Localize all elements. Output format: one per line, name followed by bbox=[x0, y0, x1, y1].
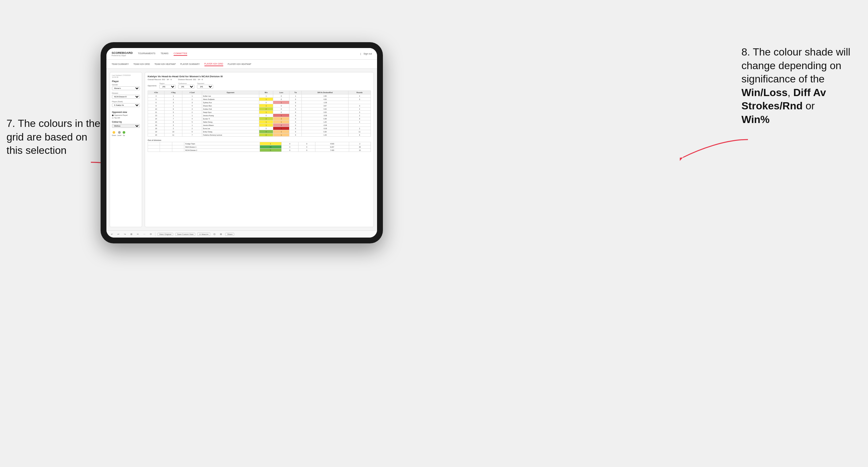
sub-nav-player-summary[interactable]: PLAYER SUMMARY bbox=[180, 62, 200, 66]
annotation-left: 7. The colours in the grid are based on … bbox=[6, 117, 101, 157]
table-row: 5 2 2 Alexis Sudjianto 1 0 0 4.00 3 bbox=[148, 98, 371, 101]
legend-label-level: Level bbox=[118, 134, 121, 136]
nav-committee[interactable]: COMMITTEE bbox=[174, 52, 187, 56]
overall-record-value: 353 - 34 - 6 bbox=[162, 79, 172, 81]
sub-nav-team-summary[interactable]: TEAM SUMMARY bbox=[112, 62, 129, 66]
annotation-left-text: 7. The colours in the grid are based on … bbox=[6, 118, 100, 156]
col-div: # Div bbox=[148, 91, 164, 94]
player-rank-select[interactable]: 8. Katelyn Vo bbox=[112, 103, 140, 107]
opponent-view-title: Opponent view bbox=[112, 111, 140, 113]
table-row: 15 8 5 Stella Cheng 1 1 0 1.25 4 bbox=[148, 120, 371, 124]
table-row: 20 11 7 Federica Domecq Lacroze 2 1 0 1.… bbox=[148, 133, 371, 136]
cut-btn[interactable]: ✂ bbox=[136, 232, 140, 236]
data-table: # Div # Reg # Conf Opponent Win Loss Tie… bbox=[148, 91, 371, 136]
sub-nav-team-h2h-grid[interactable]: TEAM H2H GRID bbox=[133, 62, 150, 66]
annotation-or: or bbox=[802, 100, 814, 112]
filter-group-conference: Conference (All) bbox=[178, 83, 194, 89]
out-table-row: NCAA Division 2 5 0 0 7.400 10 bbox=[148, 149, 371, 152]
col-diff: Diff Av Strokes/Rnd bbox=[302, 91, 348, 94]
last-updated-time: 16:55:38 bbox=[112, 76, 118, 78]
legend: Down Level Up bbox=[112, 131, 140, 136]
watch-btn[interactable]: ⊙ Watch ▾ bbox=[197, 232, 210, 236]
sign-out-button[interactable]: Sign out bbox=[364, 53, 372, 55]
legend-dot-up bbox=[123, 131, 125, 134]
col-reg: # Reg bbox=[164, 91, 182, 94]
right-panel: Katelyn Vo Head-to-Head Grid for Women's… bbox=[145, 72, 374, 227]
col-opponent: Opponent bbox=[202, 91, 259, 94]
legend-up: Up bbox=[123, 131, 125, 136]
division-select[interactable]: NCAA Division III bbox=[112, 95, 140, 99]
col-win: Win bbox=[259, 91, 273, 94]
share-btn[interactable]: Share bbox=[225, 233, 234, 236]
annotation-comma: , bbox=[787, 87, 794, 98]
player-rank-label: Player (Rank) bbox=[112, 101, 140, 102]
undo-btn[interactable]: ↩ bbox=[110, 232, 114, 236]
opponents-label: Opponents: bbox=[148, 85, 157, 87]
annotation-right: 8. The colour shade will change dependin… bbox=[741, 45, 865, 127]
table-row: 10 6 3 Andrea York 2 0 0 4.00 4 bbox=[148, 107, 371, 111]
legend-dot-down bbox=[113, 131, 115, 134]
division-record-value: 331 - 34 - 6 bbox=[193, 79, 203, 81]
logo-sub-text: Powered by clippd bbox=[112, 55, 133, 57]
opponent-select[interactable]: (All) bbox=[197, 85, 213, 89]
overall-record: Overall Record: 353 - 34 - 6 bbox=[148, 79, 172, 81]
overall-record-label: Overall Record: bbox=[148, 79, 161, 81]
sub-nav-team-h2h-heatmap[interactable]: TEAM H2H HEATMAP bbox=[154, 62, 176, 66]
division-record-label: Division Record: bbox=[178, 79, 192, 81]
radio-label-2: Top 100 bbox=[114, 117, 120, 119]
annotation-bold1: Win/Loss bbox=[741, 87, 787, 98]
filters-row: Opponents: Region (All) Conference (All) bbox=[148, 83, 371, 89]
sub-nav-player-h2h-heatmap[interactable]: PLAYER H2H HEATMAP bbox=[228, 62, 251, 66]
nav-tournaments[interactable]: TOURNAMENTS bbox=[138, 52, 155, 56]
radio-opponents-played[interactable]: Opponents Played bbox=[112, 114, 140, 116]
annotation-right-text: 8. The colour shade will change dependin… bbox=[741, 46, 850, 85]
colour-by-title: Colour by bbox=[112, 121, 140, 123]
out-table-row: Foreign Team 1 0 0 4.500 2 bbox=[148, 142, 371, 145]
sub-nav-player-h2h-grid[interactable]: PLAYER H2H GRID bbox=[205, 62, 223, 66]
legend-label-up: Up bbox=[123, 134, 125, 136]
nav-items: TOURNAMENTS TEAMS COMMITTEE bbox=[138, 52, 360, 56]
col-tie: Tie bbox=[289, 91, 302, 94]
table-row: 11 5 2 Heejo Hyun 1 0 0 3.33 3 bbox=[148, 111, 371, 114]
region-label: Region bbox=[159, 83, 176, 84]
legend-dot-level bbox=[118, 131, 121, 134]
layout-btn[interactable]: ⊡ bbox=[212, 232, 217, 236]
grid-btn[interactable]: ⊞ bbox=[129, 232, 134, 236]
nav-teams[interactable]: TEAMS bbox=[161, 52, 168, 56]
refresh-btn[interactable]: ⟳ bbox=[149, 232, 153, 236]
toolbar-divider bbox=[155, 232, 155, 236]
sub-nav: TEAM SUMMARY TEAM H2H GRID TEAM H2H HEAT… bbox=[106, 60, 377, 69]
grid-record: Overall Record: 353 - 34 - 6 Division Re… bbox=[148, 79, 371, 81]
legend-label-down: Down bbox=[112, 134, 116, 136]
out-table-row: NAIA Division 1 15 0 0 9.267 30 bbox=[148, 145, 371, 149]
conference-select[interactable]: (All) bbox=[178, 85, 194, 89]
main-content: Last Updated: 27/03/2024 16:55:38 Player… bbox=[106, 69, 377, 230]
conference-label: Conference bbox=[178, 83, 194, 84]
opponent-filter-label: Opponent bbox=[197, 83, 213, 84]
table-row: 13 1 1 Jessica Huang 0 1 0 -3.00 2 bbox=[148, 114, 371, 117]
filter-group-opponents: Region (All) bbox=[159, 83, 176, 89]
radio-top-100[interactable]: Top 100 bbox=[112, 117, 140, 119]
legend-level: Level bbox=[118, 131, 121, 136]
redo-btn[interactable]: ↪ bbox=[123, 232, 127, 236]
grid-title: Katelyn Vo Head-to-Head Grid for Women's… bbox=[148, 75, 371, 78]
view-original-btn[interactable]: View: Original bbox=[157, 233, 173, 236]
left-panel: Last Updated: 27/03/2024 16:55:38 Player… bbox=[110, 72, 142, 227]
more-btn[interactable]: ··· bbox=[142, 232, 147, 236]
logo: SCOREBOARD Powered by clippd bbox=[112, 51, 133, 57]
toolbar: ↩ ↩ ↪ ⊞ ✂ ··· ⟳ View: Original Save Cust… bbox=[106, 230, 377, 238]
colour-by-select[interactable]: Win/loss bbox=[112, 124, 140, 128]
division-label: Division bbox=[112, 92, 140, 94]
out-of-division-table: Foreign Team 1 0 0 4.500 2 NAIA Division… bbox=[148, 142, 371, 152]
nav-bar: SCOREBOARD Powered by clippd TOURNAMENTS… bbox=[106, 48, 377, 60]
region-select[interactable]: (All) bbox=[159, 85, 176, 89]
table-row: 14 7 4 Eunice Yi 2 2 0 0.38 9 bbox=[148, 117, 371, 120]
save-custom-view-btn[interactable]: Save Custom View bbox=[175, 233, 196, 236]
undo2-btn[interactable]: ↩ bbox=[116, 232, 121, 236]
col-loss: Loss bbox=[273, 91, 289, 94]
table-row: 16 3 1 Jessica Mason 1 2 0 -0.94 bbox=[148, 124, 371, 127]
gender-select[interactable]: Women's bbox=[112, 86, 140, 90]
col-conf: # Conf bbox=[182, 91, 202, 94]
legend-down: Down bbox=[112, 131, 116, 136]
grid2-btn[interactable]: ⊞ bbox=[219, 232, 223, 236]
